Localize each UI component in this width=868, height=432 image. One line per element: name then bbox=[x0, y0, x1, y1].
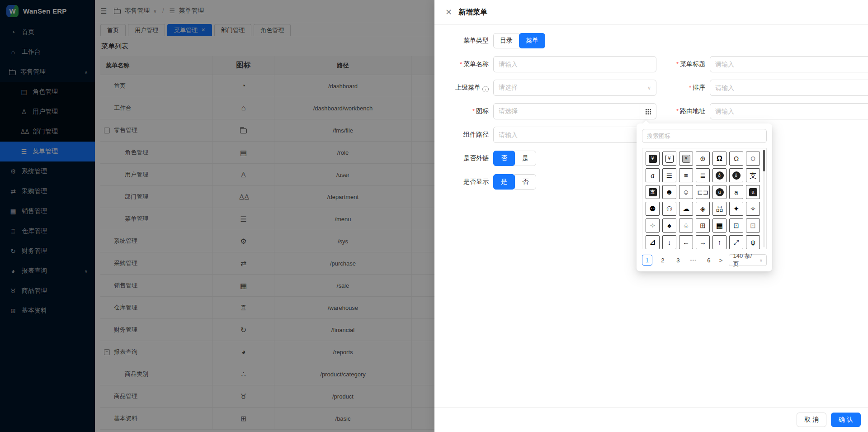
icon-cell-account-book-outlined[interactable]: ¥ bbox=[662, 152, 676, 166]
icon-cell-area-chart-outlined[interactable]: ⊿ bbox=[646, 235, 660, 249]
drawer-footer: 取 消 确 认 bbox=[434, 407, 868, 432]
icon-cell-alipay-square-filled[interactable]: 支 bbox=[646, 185, 660, 199]
icon-picker-button[interactable] bbox=[640, 103, 656, 119]
icon-cell-aliwangwang-filled[interactable]: ☻ bbox=[662, 185, 676, 199]
drawer-header: ✕ 新增菜单 bbox=[434, 0, 868, 25]
icon-cell-aim-outlined[interactable]: ⊕ bbox=[696, 152, 710, 166]
segment-option-菜单[interactable]: 菜单 bbox=[519, 33, 545, 48]
android-filled-icon: ⚉ bbox=[649, 205, 656, 213]
icon-cell-ant-cloud-outlined[interactable]: ☁ bbox=[679, 202, 693, 216]
icon-cell-api-twotone[interactable]: ✧ bbox=[646, 218, 660, 233]
menu-title-input[interactable] bbox=[710, 56, 868, 72]
close-icon[interactable]: ✕ bbox=[445, 8, 452, 16]
icon-cell-alipay-circle-filled[interactable]: 支 bbox=[712, 168, 726, 182]
app-window: W WanSen ERP ◔首页⌂工作台零售管理∧▤角色管理♙用户管理♙♙部门管… bbox=[0, 0, 868, 432]
confirm-button[interactable]: 确 认 bbox=[831, 413, 861, 427]
cancel-button[interactable]: 取 消 bbox=[797, 413, 826, 427]
required-star: * bbox=[689, 84, 691, 91]
alert-filled-icon: Ω bbox=[717, 155, 722, 162]
pagination-page-1[interactable]: 1 bbox=[642, 255, 652, 266]
icon-label: *图标 bbox=[445, 107, 489, 115]
segment-option-是[interactable]: 是 bbox=[514, 151, 536, 166]
amazon-outlined-icon: a bbox=[734, 189, 738, 195]
menu-name-label: *菜单名称 bbox=[445, 60, 489, 68]
icon-cell-arrow-up-outlined[interactable]: ↑ bbox=[712, 235, 726, 249]
alibaba-outlined-icon: a bbox=[651, 171, 655, 179]
icon-cell-amazon-outlined[interactable]: a bbox=[729, 185, 743, 199]
route-path-input[interactable] bbox=[710, 103, 868, 119]
chevron-down-icon: ∨ bbox=[647, 85, 651, 91]
icon-cell-arrow-left-outlined[interactable]: ← bbox=[679, 235, 693, 249]
segment-option-是[interactable]: 是 bbox=[493, 174, 515, 190]
icon-cell-api-outlined[interactable]: ✧ bbox=[746, 202, 760, 216]
icon-cell-apple-filled[interactable]: ♠ bbox=[662, 218, 676, 233]
icon-grid-container: ¥¥¥⊕ΩΩΩa☰≡≣支支支支☻☺⊏⊐aaa⚉⚇☁◈品✦✧✧♠♤⊞▦⊡⊡⊿↓←→… bbox=[642, 148, 767, 249]
scrollbar-thumb[interactable] bbox=[763, 150, 765, 171]
icon-cell-apple-outlined[interactable]: ♤ bbox=[679, 218, 693, 233]
api-twotone-icon: ✧ bbox=[650, 222, 656, 229]
pagination-page-6[interactable]: 6 bbox=[704, 255, 714, 266]
align-left-outlined-icon: ≡ bbox=[684, 172, 688, 179]
icon-cell-alert-filled[interactable]: Ω bbox=[712, 152, 726, 166]
icon-cell-arrow-right-outlined[interactable]: → bbox=[696, 235, 710, 249]
required-star: * bbox=[676, 61, 679, 67]
icon-cell-appstore-twotone[interactable]: ⊡ bbox=[746, 218, 760, 233]
pagination-next-button[interactable]: > bbox=[719, 257, 723, 264]
account-book-twotone-icon: ¥ bbox=[682, 155, 690, 163]
pagination-page-2[interactable]: 2 bbox=[658, 255, 668, 266]
icon-cell-alert-outlined[interactable]: Ω bbox=[729, 152, 743, 166]
alipay-circle-filled-icon: 支 bbox=[716, 171, 724, 180]
required-star: * bbox=[472, 108, 475, 114]
icon-cell-appstore-outlined[interactable]: ⊡ bbox=[729, 218, 743, 233]
icon-cell-account-book-twotone[interactable]: ¥ bbox=[679, 152, 693, 166]
icon-cell-api-filled[interactable]: ✦ bbox=[729, 202, 743, 216]
icon-cell-arrows-alt-outlined[interactable]: ⤢ bbox=[729, 235, 743, 249]
menu-type-label: 菜单类型 bbox=[445, 37, 489, 45]
appstore-twotone-icon: ⊡ bbox=[750, 222, 756, 229]
icon-cell-aliyun-outlined[interactable]: ⊏⊐ bbox=[696, 185, 710, 199]
external-link-label: 是否外链 bbox=[445, 154, 489, 162]
icon-cell-aliwangwang-outlined[interactable]: ☺ bbox=[679, 185, 693, 199]
account-book-outlined-icon: ¥ bbox=[665, 155, 674, 163]
segment-option-目录[interactable]: 目录 bbox=[493, 33, 519, 48]
menu-name-input[interactable] bbox=[493, 56, 656, 72]
account-book-filled-icon: ¥ bbox=[649, 155, 657, 163]
icon-select[interactable]: 请选择 bbox=[493, 103, 640, 119]
pagination-ellipsis[interactable]: ••• bbox=[689, 255, 698, 266]
sort-input[interactable] bbox=[710, 80, 868, 96]
icon-cell-apartment-outlined[interactable]: 品 bbox=[712, 202, 726, 216]
segment-option-否[interactable]: 否 bbox=[493, 151, 515, 166]
component-path-input[interactable] bbox=[493, 127, 656, 143]
icon-cell-amazon-square-filled[interactable]: a bbox=[746, 185, 760, 199]
icon-cell-alibaba-outlined[interactable]: a bbox=[646, 168, 660, 182]
api-filled-icon: ✦ bbox=[733, 205, 739, 213]
icon-grid: ¥¥¥⊕ΩΩΩa☰≡≣支支支支☻☺⊏⊐aaa⚉⚇☁◈品✦✧✧♠♤⊞▦⊡⊡⊿↓←→… bbox=[646, 152, 761, 249]
alipay-circle-outlined-icon: 支 bbox=[732, 171, 741, 180]
sort-label: *排序 bbox=[662, 84, 705, 92]
parent-menu-select[interactable]: 请选择 ∨ bbox=[493, 80, 656, 96]
page-size-select[interactable]: 140 条/页∨ bbox=[729, 254, 767, 266]
icon-cell-amazon-circle-filled[interactable]: a bbox=[712, 185, 726, 199]
icon-cell-alert-twotone[interactable]: Ω bbox=[746, 152, 760, 166]
icon-cell-appstore-add-outlined[interactable]: ⊞ bbox=[696, 218, 710, 233]
icon-cell-account-book-filled[interactable]: ¥ bbox=[646, 152, 660, 166]
icon-cell-align-right-outlined[interactable]: ≣ bbox=[696, 168, 710, 182]
icon-cell-align-left-outlined[interactable]: ≡ bbox=[679, 168, 693, 182]
info-icon: i bbox=[482, 86, 489, 92]
segment-option-否[interactable]: 否 bbox=[514, 174, 536, 190]
chevron-down-icon: ∨ bbox=[760, 258, 763, 263]
icon-search-input[interactable] bbox=[642, 129, 767, 143]
icon-cell-appstore-filled[interactable]: ▦ bbox=[712, 218, 726, 233]
pagination-page-3[interactable]: 3 bbox=[673, 255, 683, 266]
icon-cell-audio-outlined[interactable]: ψ bbox=[746, 235, 760, 249]
align-right-outlined-icon: ≣ bbox=[700, 172, 706, 179]
apartment-outlined-icon: 品 bbox=[716, 205, 723, 212]
icon-cell-align-center-outlined[interactable]: ☰ bbox=[662, 168, 676, 182]
icon-cell-android-outlined[interactable]: ⚇ bbox=[662, 202, 676, 216]
icon-cell-ant-design-outlined[interactable]: ◈ bbox=[696, 202, 710, 216]
arrow-right-outlined-icon: → bbox=[699, 239, 706, 246]
icon-cell-alipay-outlined[interactable]: 支 bbox=[746, 168, 760, 182]
icon-cell-alipay-circle-outlined[interactable]: 支 bbox=[729, 168, 743, 182]
icon-cell-android-filled[interactable]: ⚉ bbox=[646, 202, 660, 216]
icon-cell-arrow-down-outlined[interactable]: ↓ bbox=[662, 235, 676, 249]
